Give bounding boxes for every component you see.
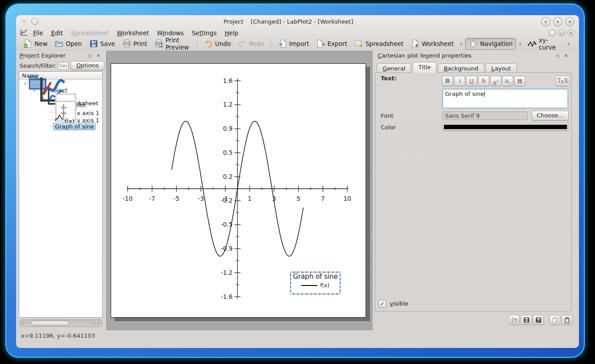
- tab-layout[interactable]: Layout: [486, 63, 517, 73]
- export-button[interactable]: Export: [313, 38, 351, 50]
- search-input[interactable]: [58, 62, 69, 70]
- x-tick-label: 7: [321, 195, 325, 202]
- open-button[interactable]: Open: [51, 38, 85, 50]
- text-format-toolbar: BiUSasasπ: [442, 76, 525, 86]
- legend-entry-label: f(x): [320, 282, 329, 289]
- legend-title: Graph of sine: [291, 273, 340, 281]
- subscript-button[interactable]: as: [502, 76, 513, 86]
- toolbar-overflow-icon[interactable]: ›: [516, 40, 524, 48]
- toolbar-overflow-icon[interactable]: ›: [457, 40, 465, 48]
- x-tick-label: 10: [343, 195, 351, 202]
- y-tick-label: -1.2: [221, 269, 233, 276]
- tex-mode-button[interactable]: TEX: [556, 76, 570, 86]
- expander-icon[interactable]: ∨: [23, 81, 28, 86]
- bold-button[interactable]: B: [442, 76, 453, 86]
- legend-line-sample: [301, 285, 317, 286]
- x-tick-label: -5: [174, 195, 179, 202]
- toolbar-overflow-icon[interactable]: ›: [565, 40, 573, 48]
- y-tick-label: 1.6: [223, 77, 233, 84]
- scrollbar-thumb[interactable]: [31, 321, 69, 326]
- floppy-edit-button[interactable]: [533, 315, 544, 325]
- dock-detach-icon[interactable]: ◇: [86, 53, 94, 58]
- italic-button[interactable]: i: [454, 76, 465, 86]
- dock-close-icon[interactable]: ×: [94, 53, 103, 58]
- spreadsheet-button[interactable]: Spreadsheet: [351, 38, 407, 50]
- copy-button[interactable]: [549, 315, 560, 325]
- save-button[interactable]: Save: [86, 38, 119, 50]
- text-field-label: Text:: [381, 75, 397, 82]
- y-tick-label: 0.2: [223, 173, 233, 180]
- plot-legend[interactable]: Graph of sine f(x): [290, 272, 341, 294]
- print-preview-icon: [154, 39, 163, 48]
- toolbar-button-label: Save: [100, 40, 115, 47]
- y-tick-label: 1.2: [223, 101, 233, 108]
- toolbar-button-label: Redo: [249, 40, 264, 47]
- pi-button[interactable]: π: [514, 76, 525, 86]
- scroll-left2-icon[interactable]: ‹: [92, 320, 96, 326]
- y-tick-label: 0.9: [223, 125, 233, 132]
- toolbar-button-label: Navigation: [480, 40, 512, 47]
- superscript-button[interactable]: as: [490, 76, 501, 86]
- undo-icon: [204, 39, 213, 48]
- tree-branch-line: [50, 112, 54, 112]
- titlebar[interactable]: · Project [Changed] - LabPlot2 - [Worksh…: [16, 15, 579, 28]
- document-new-icon: [23, 39, 32, 48]
- splitter-handle[interactable]: [371, 131, 372, 137]
- main-toolbar: NewOpenSavePrintPrint PreviewUndoRedoImp…: [16, 38, 579, 50]
- maximize-button[interactable]: ∧: [553, 17, 562, 26]
- expander-icon[interactable]: ∨: [41, 95, 46, 100]
- project-explorer-title: Project Explorer: [20, 52, 86, 59]
- minimize-button[interactable]: ∨: [541, 17, 550, 26]
- search-filter-label: Search/Filter:: [20, 62, 56, 69]
- import-icon: [278, 39, 287, 48]
- new-button[interactable]: New: [20, 38, 51, 50]
- document-save-icon: [89, 39, 98, 48]
- legend-title-text-input[interactable]: Graph of sine: [442, 89, 568, 108]
- strikethrough-button[interactable]: S: [478, 76, 489, 86]
- scroll-left-icon[interactable]: ‹: [21, 320, 25, 326]
- undo-button[interactable]: Undo: [200, 38, 234, 50]
- splitter-handle[interactable]: [371, 231, 372, 237]
- visible-label: visible: [390, 300, 408, 307]
- import-button[interactable]: Import: [275, 38, 313, 50]
- scroll-right-icon[interactable]: ›: [96, 320, 101, 326]
- tab-background[interactable]: Background: [438, 63, 484, 73]
- print-button[interactable]: Print: [119, 38, 151, 50]
- floppy-button[interactable]: [521, 315, 532, 325]
- paste-button[interactable]: [562, 315, 572, 325]
- doc-load-button[interactable]: [509, 315, 520, 325]
- toolbar-button-label: Undo: [215, 40, 231, 47]
- dock-detach-icon[interactable]: ◇: [553, 53, 562, 58]
- toolbar-button-label: Import: [289, 40, 309, 47]
- tab-general[interactable]: General: [377, 63, 411, 73]
- tree-horizontal-scrollbar[interactable]: ‹ ‹ ›: [19, 319, 103, 327]
- worksheet-button[interactable]: Worksheet: [407, 38, 458, 50]
- font-choose-button[interactable]: Choose...: [532, 111, 569, 120]
- underline-button[interactable]: U: [466, 76, 477, 86]
- font-label: Font: [381, 112, 393, 119]
- visible-checkbox[interactable]: ✓: [379, 300, 386, 307]
- options-button[interactable]: Options: [71, 61, 104, 70]
- xy-curve-button[interactable]: xy-curve: [524, 35, 565, 52]
- close-button[interactable]: ×: [565, 17, 574, 26]
- titlebar-menu-button[interactable]: ·: [31, 18, 38, 25]
- y-tick-label: 0.5: [223, 149, 233, 156]
- font-color-button[interactable]: [442, 123, 569, 131]
- properties-tabbar: GeneralTitleBackgroundLayout: [377, 62, 518, 73]
- tab-title[interactable]: Title: [412, 62, 437, 73]
- properties-dock-header: Cartesian plot legend properties ◇ ×: [378, 51, 570, 60]
- toolbar-button-label: Worksheet: [422, 40, 454, 47]
- color-label: Color: [381, 124, 396, 131]
- desktop-background: · Project [Changed] - LabPlot2 - [Worksh…: [0, 0, 595, 364]
- app-indicator-icon: [21, 18, 28, 25]
- properties-footer-toolbar: [509, 315, 572, 325]
- expander-icon[interactable]: ∨: [32, 88, 37, 93]
- tree-item-graph-of-sine[interactable]: Graph of sine: [19, 123, 102, 130]
- toolbar-button-label: Export: [328, 40, 347, 47]
- toolbar-separator: [197, 39, 197, 48]
- dock-close-icon[interactable]: ×: [562, 53, 570, 58]
- print-preview-button[interactable]: Print Preview: [151, 35, 194, 52]
- project-explorer-header: Project Explorer ◇ ×: [20, 51, 103, 60]
- y-tick-label: -1.6: [221, 293, 233, 300]
- navigation-button[interactable]: Navigation: [465, 38, 516, 50]
